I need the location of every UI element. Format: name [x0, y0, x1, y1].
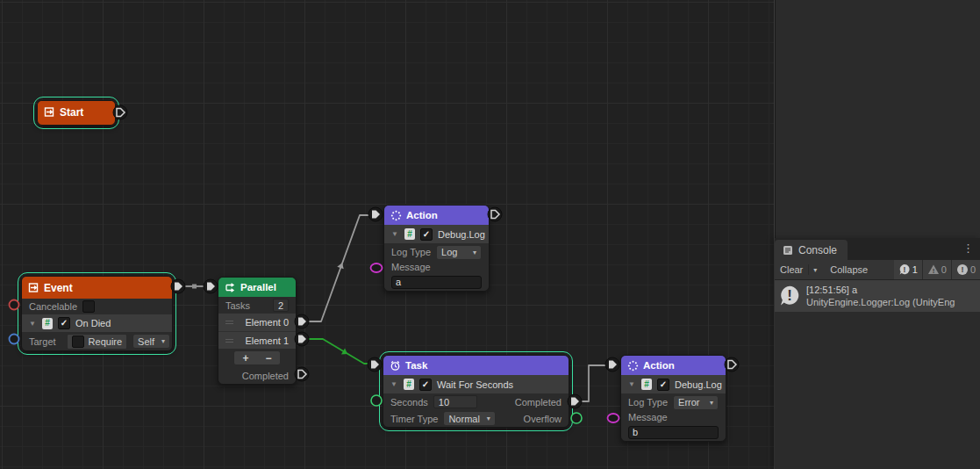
- log-type-row: Log Type Error: [621, 393, 726, 411]
- add-element-button[interactable]: +: [242, 353, 248, 364]
- node-action-header[interactable]: Action: [621, 356, 726, 375]
- sparkle-action-icon: [627, 360, 639, 372]
- task-enabled-checkbox[interactable]: [657, 379, 669, 391]
- info-count: 1: [912, 264, 918, 275]
- clear-button[interactable]: Clear: [775, 260, 808, 279]
- task-enabled-checkbox[interactable]: [420, 228, 433, 241]
- port-parallel-in[interactable]: [204, 279, 218, 293]
- port-action2-in[interactable]: [605, 357, 619, 372]
- task-enabled-checkbox[interactable]: [419, 379, 432, 391]
- console-tab-label: Console: [798, 244, 837, 256]
- remove-element-button[interactable]: −: [265, 353, 271, 364]
- action-task-row[interactable]: ▼ # Debug.Log: [384, 225, 489, 243]
- node-action-2[interactable]: Action ▼ # Debug.Log Log Type Error Mess…: [620, 355, 726, 442]
- warning-filter-toggle[interactable]: ! 0: [923, 260, 951, 279]
- port-task-overflow[interactable]: [571, 413, 582, 423]
- timer-type-dropdown[interactable]: Normal: [443, 411, 495, 426]
- seconds-field[interactable]: 10: [433, 395, 477, 408]
- node-title: Task: [405, 360, 427, 371]
- node-title: Start: [60, 106, 83, 119]
- node-task-header[interactable]: Task: [383, 356, 569, 375]
- console-tab-bar: Console ⋮: [775, 238, 980, 260]
- log-type-dropdown[interactable]: Log: [436, 245, 482, 260]
- require-toggle[interactable]: Require: [67, 334, 128, 350]
- log-entry-text: [12:51:56] a UnityEngine.Logger:Log (Uni…: [806, 284, 955, 308]
- console-window: Console ⋮ Clear ▾ Collapse ! 1 ! 0 !: [775, 238, 980, 469]
- collapse-button[interactable]: Collapse: [825, 260, 873, 279]
- node-event-header[interactable]: Event: [22, 277, 172, 299]
- node-parallel[interactable]: Parallel Tasks 2 Element 0 Element 1 + −…: [218, 277, 297, 385]
- node-start-header[interactable]: Start: [38, 101, 115, 123]
- port-action2-out[interactable]: [725, 357, 739, 372]
- port-parallel-completed-out[interactable]: [295, 367, 309, 381]
- action-task-row[interactable]: ▼ # Debug.Log: [621, 375, 726, 393]
- port-task-seconds[interactable]: [371, 395, 382, 406]
- message-input[interactable]: [628, 426, 719, 439]
- port-action1-in[interactable]: [368, 207, 383, 221]
- element-row-0[interactable]: Element 0: [218, 314, 296, 331]
- message-label: Message: [391, 262, 431, 272]
- sparkle-action-icon: [390, 210, 402, 221]
- node-parallel-header[interactable]: Parallel: [218, 278, 296, 297]
- overflow-label: Overflow: [524, 414, 562, 424]
- log-type-dropdown[interactable]: Error: [673, 395, 719, 410]
- tasks-label: Tasks: [225, 300, 250, 311]
- clear-dropdown-arrow-icon[interactable]: ▾: [808, 264, 821, 275]
- node-action-header[interactable]: Action: [384, 206, 489, 225]
- port-action1-message[interactable]: [371, 263, 383, 272]
- port-start-out[interactable]: [113, 105, 127, 119]
- port-event-target[interactable]: [10, 335, 19, 344]
- error-circle-icon: !: [956, 263, 969, 276]
- port-parallel-element0-out[interactable]: [295, 314, 309, 328]
- kebab-menu-icon[interactable]: ⋮: [962, 242, 974, 255]
- drag-handle-icon[interactable]: [225, 321, 233, 324]
- node-event[interactable]: Event Cancelable ▼ # On Died Target Requ…: [21, 276, 173, 351]
- cancelable-checkbox[interactable]: [82, 300, 95, 313]
- node-title: Parallel: [240, 282, 276, 292]
- drag-handle-icon[interactable]: [225, 339, 233, 343]
- foldout-icon[interactable]: ▼: [628, 380, 636, 388]
- error-filter-toggle[interactable]: ! 0: [952, 260, 980, 279]
- task-task-row[interactable]: ▼ # Wait For Seconds: [383, 375, 569, 393]
- foldout-icon[interactable]: ▼: [29, 320, 37, 328]
- target-source-dropdown[interactable]: Self: [132, 334, 170, 349]
- message-input-row: [384, 273, 489, 291]
- node-task[interactable]: Task ▼ # Wait For Seconds Seconds 10 Com…: [383, 355, 569, 428]
- port-event-cancelable[interactable]: [10, 300, 19, 310]
- svg-text:!: !: [787, 287, 792, 304]
- foldout-icon[interactable]: ▼: [391, 230, 399, 238]
- message-input[interactable]: [391, 276, 482, 289]
- console-log-list[interactable]: ! [12:51:56] a UnityEngine.Logger:Log (U…: [775, 280, 980, 469]
- port-parallel-element1-out[interactable]: [295, 332, 309, 346]
- port-event-out[interactable]: [171, 279, 185, 293]
- target-row: Target Require Self: [22, 332, 172, 350]
- tab-console[interactable]: Console: [775, 240, 848, 260]
- log-filter-badges: ! 1 ! 0 ! 0: [894, 260, 980, 279]
- svg-text:!: !: [903, 265, 905, 274]
- log-type-value: Log: [441, 247, 466, 257]
- port-action1-out[interactable]: [488, 207, 502, 221]
- message-input-row: [621, 423, 726, 441]
- tasks-count-field[interactable]: 2: [273, 299, 289, 312]
- task-enabled-checkbox[interactable]: [58, 317, 70, 329]
- element-row-1[interactable]: Element 1: [218, 331, 296, 349]
- info-filter-toggle[interactable]: ! 1: [894, 260, 922, 279]
- event-task-name: On Died: [75, 318, 111, 328]
- require-checkbox[interactable]: [72, 336, 84, 348]
- node-action-1[interactable]: Action ▼ # Debug.Log Log Type Log Messag…: [383, 205, 490, 292]
- target-source-value: Self: [138, 336, 154, 347]
- port-action2-message[interactable]: [608, 414, 619, 422]
- log-type-value: Error: [678, 397, 703, 408]
- timer-type-row: Timer Type Normal Overflow: [383, 410, 569, 427]
- event-task-row[interactable]: ▼ # On Died: [22, 314, 172, 332]
- task-task-name: Wait For Seconds: [437, 379, 513, 390]
- port-task-completed-out[interactable]: [568, 394, 582, 408]
- node-start[interactable]: Start: [37, 100, 116, 126]
- foldout-icon[interactable]: ▼: [390, 380, 398, 388]
- error-count: 0: [970, 264, 976, 275]
- seconds-row: Seconds 10 Completed: [383, 393, 569, 410]
- log-entry[interactable]: ! [12:51:56] a UnityEngine.Logger:Log (U…: [775, 280, 980, 312]
- port-task-in[interactable]: [368, 357, 382, 372]
- target-label: Target: [29, 336, 56, 347]
- log-type-label: Log Type: [628, 397, 668, 408]
